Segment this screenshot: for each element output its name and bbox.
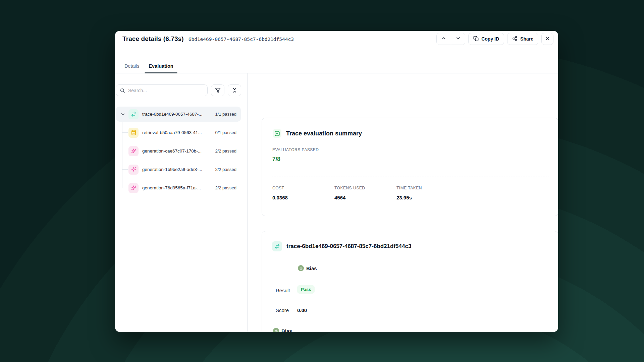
- chevron-down-icon[interactable]: [120, 112, 125, 117]
- tree-item-label: retrieval-b50aaa79-0563-41...: [142, 130, 202, 135]
- tree-item[interactable]: generation-cae67c07-178b-...2/2 passed: [116, 143, 241, 159]
- share-icon: [512, 36, 518, 42]
- time-stat: TIME TAKEN 23.95s: [396, 186, 422, 200]
- tokens-label: TOKENS USED: [334, 186, 365, 190]
- tree-branch-line: [122, 188, 128, 188]
- evaluation-panel: Trace evaluation summary EVALUATORS PASS…: [248, 73, 558, 332]
- result-row-label: Result: [276, 288, 290, 293]
- copy-id-button[interactable]: Copy ID: [468, 33, 504, 45]
- next-trace-button[interactable]: [451, 33, 465, 45]
- tree-item-label: generation-1b9be2a9-ade3-...: [142, 167, 202, 172]
- tree-item[interactable]: retrieval-b50aaa79-0563-41...0/1 passed: [116, 125, 241, 140]
- tree-item-label: generation-76d9565a-f71a-...: [142, 185, 201, 190]
- cost-label: COST: [272, 186, 288, 190]
- time-label: TIME TAKEN: [396, 186, 422, 190]
- trace-evaluation-summary-card: Trace evaluation summary EVALUATORS PASS…: [262, 118, 558, 216]
- trace-icon: [272, 241, 282, 251]
- tree-item[interactable]: generation-1b9be2a9-ade3-...2/2 passed: [116, 162, 241, 177]
- sparkles-icon: [128, 146, 139, 156]
- score-row-label: Score: [276, 307, 289, 313]
- summary-divider: [272, 177, 549, 177]
- collapse-vertical-icon: [232, 87, 237, 93]
- tree-item[interactable]: generation-76d9565a-f71a-...2/2 passed: [116, 180, 241, 195]
- tree-branch-line: [122, 132, 128, 133]
- collapse-all-button[interactable]: [228, 84, 241, 96]
- share-button[interactable]: Share: [507, 33, 538, 45]
- evaluator-robot-icon: [298, 265, 304, 271]
- bias-section-header: Bias: [273, 328, 292, 332]
- score-row-value: 0.00: [297, 307, 307, 313]
- trace-tree-sidebar: trace-6bd1e469-0657-4687-...1/1 passedre…: [115, 73, 248, 332]
- time-value: 23.95s: [396, 195, 422, 200]
- trace-result-card: trace-6bd1e469-0657-4687-85c7-6bd21df544…: [262, 231, 558, 332]
- search-input[interactable]: [128, 88, 204, 93]
- tree-item-passed-count: 2/2 passed: [215, 148, 241, 154]
- tree-branch-line: [122, 151, 128, 151]
- close-icon: [545, 36, 550, 42]
- tree-branch-line: [122, 169, 128, 170]
- cost-stat: COST 0.0368: [272, 186, 288, 200]
- evaluators-passed-label: EVALUATORS PASSED: [272, 147, 319, 152]
- chevron-down-icon: [455, 36, 461, 42]
- section-divider: [272, 280, 549, 280]
- trace-details-modal: Trace details (6.73s) 6bd1e469-0657-4687…: [115, 31, 558, 332]
- tab-bar: Details Evaluation: [120, 58, 558, 73]
- tokens-value: 4564: [334, 195, 365, 200]
- prev-trace-button[interactable]: [437, 33, 451, 45]
- database-icon: [128, 128, 139, 138]
- summary-card-title: Trace evaluation summary: [286, 130, 362, 137]
- sparkles-icon: [128, 183, 139, 193]
- result-pass-badge: Pass: [297, 285, 315, 294]
- trace-id: 6bd1e469-0657-4687-85c7-6bd21df544c3: [189, 37, 294, 42]
- evaluator-robot-icon: [273, 328, 279, 332]
- tokens-stat: TOKENS USED 4564: [334, 186, 365, 200]
- page-title: Trace details (6.73s): [122, 35, 184, 43]
- tree-item-passed-count: 2/2 passed: [215, 167, 241, 172]
- close-button[interactable]: [541, 33, 553, 45]
- trace-card-title: trace-6bd1e469-0657-4687-85c7-6bd21df544…: [286, 243, 411, 250]
- search-icon: [120, 88, 125, 93]
- copy-icon: [473, 36, 479, 42]
- tree-item[interactable]: trace-6bd1e469-0657-4687-...1/1 passed: [116, 107, 241, 122]
- trace-nav-group: [436, 33, 465, 45]
- bias-section-header: Bias: [298, 265, 317, 271]
- check-square-icon: [273, 129, 281, 138]
- trace-tree: trace-6bd1e469-0657-4687-...1/1 passedre…: [116, 107, 241, 199]
- tree-item-label: trace-6bd1e469-0657-4687-...: [142, 112, 202, 117]
- bias-section-title: Bias: [306, 265, 317, 271]
- tab-details[interactable]: Details: [120, 59, 143, 73]
- filter-button[interactable]: [211, 84, 224, 96]
- tab-evaluation[interactable]: Evaluation: [145, 59, 177, 73]
- tree-item-passed-count: 0/1 passed: [215, 130, 241, 135]
- chevron-up-icon: [441, 36, 446, 42]
- filter-icon: [215, 87, 221, 93]
- modal-header: Trace details (6.73s) 6bd1e469-0657-4687…: [115, 31, 558, 73]
- tree-item-passed-count: 1/1 passed: [215, 112, 241, 117]
- bias-section-title: Bias: [281, 328, 292, 332]
- cost-value: 0.0368: [272, 195, 288, 200]
- tree-item-passed-count: 2/2 passed: [215, 185, 241, 190]
- section-divider: [272, 300, 549, 300]
- copy-id-label: Copy ID: [481, 36, 499, 42]
- evaluators-passed-value: 7/8: [272, 156, 280, 163]
- share-label: Share: [520, 36, 533, 42]
- sparkles-icon: [128, 165, 139, 175]
- search-box: [116, 84, 208, 96]
- tree-item-label: generation-cae67c07-178b-...: [142, 148, 202, 154]
- trace-icon: [128, 109, 139, 119]
